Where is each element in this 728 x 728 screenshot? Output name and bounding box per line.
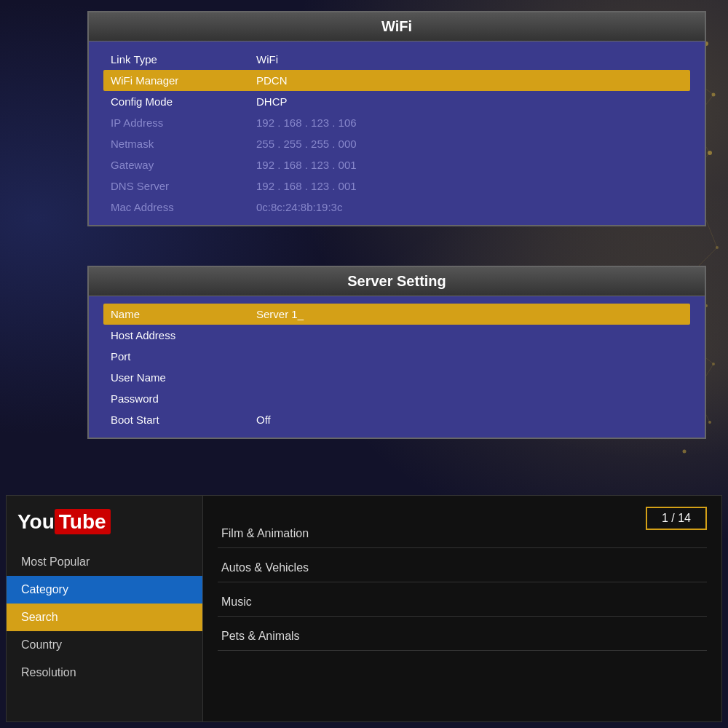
wifi-row-netmask: Netmask 255 . 255 . 255 . 000 <box>103 133 690 154</box>
wifi-value-netmask: 255 . 255 . 255 . 000 <box>256 138 357 150</box>
server-panel-content: Name Server 1_ Host Address Port User Na… <box>89 296 705 438</box>
sidebar-item-mostpopular[interactable]: Most Popular <box>7 548 202 576</box>
youtube-sidebar: YouTube Most Popular Category Search Cou… <box>7 496 203 721</box>
wifi-value-configmode: DHCP <box>256 95 288 108</box>
youtube-panel: YouTube Most Popular Category Search Cou… <box>6 495 722 722</box>
wifi-label-manager: WiFi Manager <box>111 74 256 87</box>
server-row-port[interactable]: Port <box>103 346 690 367</box>
wifi-label-linktype: Link Type <box>111 53 256 66</box>
category-item-pets[interactable]: Pets & Animals <box>218 617 707 651</box>
page-counter: 1 / 14 <box>646 507 707 530</box>
youtube-logo-tube: Tube <box>55 509 111 534</box>
category-list: Film & Animation Autos & Vehicles Music … <box>218 514 707 651</box>
wifi-row-dns: DNS Server 192 . 168 . 123 . 001 <box>103 175 690 197</box>
server-row-username[interactable]: User Name <box>103 367 690 388</box>
wifi-row-manager[interactable]: WiFi Manager PDCN <box>103 70 690 91</box>
server-label-bootstart: Boot Start <box>111 414 256 426</box>
server-label-username: User Name <box>111 371 256 384</box>
wifi-value-gateway: 192 . 168 . 123 . 001 <box>256 159 357 171</box>
youtube-logo-you: You <box>17 510 55 533</box>
server-value-bootstart: Off <box>256 414 271 426</box>
wifi-row-ipaddress: IP Address 192 . 168 . 123 . 106 <box>103 112 690 133</box>
category-item-autos[interactable]: Autos & Vehicles <box>218 548 707 582</box>
wifi-value-manager: PDCN <box>256 74 288 87</box>
server-row-bootstart[interactable]: Boot Start Off <box>103 409 690 430</box>
wifi-label-netmask: Netmask <box>111 138 256 150</box>
server-label-name: Name <box>111 308 256 320</box>
sidebar-item-category[interactable]: Category <box>7 576 202 604</box>
server-row-name[interactable]: Name Server 1_ <box>103 304 690 325</box>
server-row-hostaddress[interactable]: Host Address <box>103 325 690 346</box>
wifi-label-dns: DNS Server <box>111 180 256 192</box>
youtube-logo: YouTube <box>7 503 202 548</box>
wifi-row-mac: Mac Address 0c:8c:24:8b:19:3c <box>103 197 690 218</box>
server-label-port: Port <box>111 350 256 363</box>
wifi-label-gateway: Gateway <box>111 159 256 171</box>
wifi-value-dns: 192 . 168 . 123 . 001 <box>256 180 357 192</box>
wifi-label-mac: Mac Address <box>111 201 256 213</box>
server-label-hostaddress: Host Address <box>111 329 256 341</box>
wifi-value-linktype: WiFi <box>256 53 278 66</box>
category-item-film[interactable]: Film & Animation <box>218 514 707 548</box>
server-panel-title: Server Setting <box>89 267 705 296</box>
server-row-password[interactable]: Password <box>103 388 690 409</box>
wifi-value-ipaddress: 192 . 168 . 123 . 106 <box>256 116 357 129</box>
sidebar-item-search[interactable]: Search <box>7 604 202 631</box>
wifi-value-mac: 0c:8c:24:8b:19:3c <box>256 201 342 213</box>
server-value-name: Server 1_ <box>256 308 304 320</box>
wifi-label-ipaddress: IP Address <box>111 116 256 129</box>
wifi-row-configmode[interactable]: Config Mode DHCP <box>103 91 690 112</box>
youtube-main: 1 / 14 Film & Animation Autos & Vehicles… <box>203 496 721 721</box>
wifi-row-linktype[interactable]: Link Type WiFi <box>103 49 690 70</box>
sidebar-item-resolution[interactable]: Resolution <box>7 659 202 687</box>
wifi-row-gateway: Gateway 192 . 168 . 123 . 001 <box>103 154 690 175</box>
sidebar-item-country[interactable]: Country <box>7 631 202 659</box>
wifi-panel: WiFi Link Type WiFi WiFi Manager PDCN Co… <box>87 11 706 226</box>
category-item-music[interactable]: Music <box>218 582 707 617</box>
server-panel: Server Setting Name Server 1_ Host Addre… <box>87 266 706 439</box>
wifi-panel-content: Link Type WiFi WiFi Manager PDCN Config … <box>89 41 705 225</box>
wifi-label-configmode: Config Mode <box>111 95 256 108</box>
wifi-panel-title: WiFi <box>89 12 705 41</box>
server-label-password: Password <box>111 392 256 405</box>
